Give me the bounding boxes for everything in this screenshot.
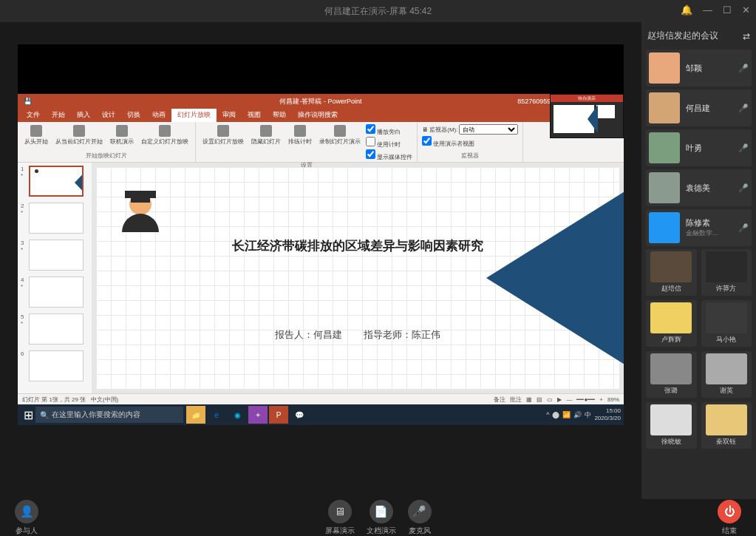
ribbon-group-monitor: 监视器: [422, 152, 518, 160]
view-reading-icon[interactable]: ▭: [547, 396, 553, 403]
microphone-button[interactable]: 🎤 麦克风: [408, 500, 432, 536]
screen-share-button[interactable]: 🖥 屏幕演示: [325, 500, 355, 536]
mic-icon[interactable]: 🎤: [738, 223, 749, 233]
tab-tell-me[interactable]: 操作说明搜索: [292, 109, 344, 122]
participant-row[interactable]: 何昌建 🎤: [646, 89, 752, 126]
tab-slideshow[interactable]: 幻灯片放映: [171, 109, 217, 122]
taskbar-wechat-icon[interactable]: 💬: [290, 406, 309, 424]
tray-volume-icon[interactable]: 🔊: [573, 411, 582, 418]
participant-grid-cell[interactable]: 马小艳: [701, 300, 752, 347]
tray-chevron-up-icon[interactable]: ^: [546, 411, 549, 418]
slide-thumb-1[interactable]: 1*: [18, 163, 92, 200]
tab-insert[interactable]: 插入: [71, 109, 96, 122]
ribbon-custom-slideshow[interactable]: 自定义幻灯片放映: [139, 124, 191, 146]
avatar: [650, 353, 692, 384]
tray-icon[interactable]: ⬤: [552, 411, 559, 418]
participants-button[interactable]: 👤 参与人: [15, 500, 38, 536]
zoom-level[interactable]: 89%: [607, 396, 619, 403]
monitor-select[interactable]: 🖥 监视器(M): 自动: [422, 124, 518, 135]
participant-grid-cell[interactable]: 许莽方: [701, 249, 752, 296]
participant-grid-cell[interactable]: 谢英: [701, 351, 752, 398]
participant-row[interactable]: 陈修素 金融数学... 🎤: [646, 209, 752, 246]
chk-media-controls[interactable]: 显示媒体控件: [366, 149, 412, 161]
ribbon-rehearse[interactable]: 排练计时: [286, 124, 314, 161]
tab-file[interactable]: 文件: [21, 109, 46, 122]
avatar: [649, 92, 680, 123]
doc-share-button[interactable]: 📄 文档演示: [367, 500, 396, 536]
tab-home[interactable]: 开始: [46, 109, 71, 122]
avatar: [706, 302, 747, 333]
ppt-save-icon[interactable]: 💾: [24, 98, 32, 105]
taskbar-explorer-icon[interactable]: 📁: [186, 406, 205, 424]
tab-design[interactable]: 设计: [96, 109, 121, 122]
ribbon-online-present[interactable]: 联机演示: [108, 124, 136, 146]
view-normal-icon[interactable]: ▦: [526, 396, 532, 403]
slide-thumbnails-panel[interactable]: 1* 2* 3* 4* 5* 6: [18, 163, 92, 393]
language-indicator[interactable]: 中文(中国): [91, 396, 118, 403]
chk-play-narration[interactable]: 播放旁白: [366, 124, 412, 136]
taskbar-app-icon-1[interactable]: ◉: [228, 406, 247, 424]
tab-transitions[interactable]: 切换: [121, 109, 146, 122]
mic-icon[interactable]: 🎤: [738, 183, 749, 193]
participant-row[interactable]: 袁德美 🎤: [646, 169, 752, 206]
participant-name: 卢辉辉: [661, 335, 681, 345]
ribbon-group-start: 开始放映幻灯片: [22, 152, 191, 160]
view-sorter-icon[interactable]: ▤: [537, 396, 542, 403]
avatar: [706, 353, 747, 384]
taskbar-edge-icon[interactable]: e: [207, 406, 226, 424]
participant-row[interactable]: 叶勇 🎤: [646, 129, 752, 166]
tab-review[interactable]: 审阅: [217, 109, 242, 122]
ribbon-from-beginning[interactable]: 从头开始: [22, 124, 50, 146]
participant-grid-cell[interactable]: 徐晓敏: [646, 402, 697, 449]
tab-animations[interactable]: 动画: [146, 109, 171, 122]
participant-grid-cell[interactable]: 卢辉辉: [646, 300, 697, 347]
taskbar-clock[interactable]: 15:00 2020/3/20: [594, 407, 621, 422]
participant-row[interactable]: 邹颖 🎤: [646, 50, 752, 86]
end-meeting-button[interactable]: ⏻ 结束: [718, 500, 741, 536]
tab-view[interactable]: 视图: [242, 109, 267, 122]
powerpoint-window: 💾 何昌建-答辩稿 - PowerPoint 852760959@qq.com …: [18, 94, 624, 404]
mic-icon[interactable]: 🎤: [738, 64, 749, 73]
avatar: [650, 251, 692, 282]
notification-icon[interactable]: 🔔: [681, 4, 692, 16]
taskbar-app-icon-2[interactable]: ✦: [248, 406, 268, 424]
maximize-button[interactable]: ☐: [723, 4, 732, 16]
participant-grid-cell[interactable]: 张璐: [646, 351, 697, 398]
monitor-dropdown[interactable]: 自动: [459, 124, 518, 135]
slide-thumb-2[interactable]: 2*: [18, 200, 92, 237]
participant-grid-cell[interactable]: 秦双钰: [701, 402, 752, 449]
comments-button[interactable]: 批注: [510, 396, 522, 404]
taskbar-search[interactable]: 🔍 在这里输入你要搜索的内容: [35, 407, 183, 423]
tray-ime-icon[interactable]: 中: [585, 410, 591, 420]
expand-icon[interactable]: ⇄: [743, 31, 750, 41]
mic-icon[interactable]: 🎤: [738, 143, 749, 153]
avatar: [706, 404, 747, 435]
titlebar-text: 何昌建正在演示-屏幕 45:42: [324, 5, 432, 18]
ribbon-hide-slide[interactable]: 隐藏幻灯片: [249, 124, 283, 161]
slide-thumb-4[interactable]: 4*: [18, 274, 92, 311]
presenter-view-window[interactable]: 待办演示: [550, 94, 624, 138]
ppt-ribbon-tabs: 文件 开始 插入 设计 切换 动画 幻灯片放映 审阅 视图 帮助 操作说明搜索: [18, 109, 624, 122]
ribbon-from-current[interactable]: 从当前幻灯片开始: [53, 124, 105, 146]
close-button[interactable]: ✕: [742, 4, 750, 16]
mic-icon[interactable]: 🎤: [738, 104, 749, 113]
participant-name: 邹颖: [686, 63, 732, 74]
ribbon-record[interactable]: 录制幻灯片演示: [317, 124, 363, 161]
view-slideshow-icon[interactable]: ▶: [557, 396, 562, 403]
slide-thumb-5[interactable]: 5*: [18, 311, 92, 347]
slide-canvas[interactable]: 长江经济带碳排放的区域差异与影响因素研究 报告人：何昌建 指导老师：陈正伟: [96, 167, 619, 389]
start-button[interactable]: ⊞: [21, 407, 35, 422]
slide-thumb-3[interactable]: 3*: [18, 237, 92, 274]
zoom-slider[interactable]: ━━●━━: [576, 396, 595, 403]
tab-help[interactable]: 帮助: [267, 109, 292, 122]
participant-grid-cell[interactable]: 赵培信: [646, 249, 697, 296]
minimize-button[interactable]: —: [703, 4, 712, 16]
tray-network-icon[interactable]: 📶: [562, 411, 571, 418]
participants-panel: 赵培信发起的会议 ⇄ 邹颖 🎤 何昌建 🎤 叶勇 🎤 袁德美 🎤: [641, 22, 756, 499]
chk-use-timings[interactable]: 使用计时: [366, 137, 412, 149]
chk-presenter-view[interactable]: 使用演示者视图: [422, 136, 518, 148]
notes-button[interactable]: 备注: [494, 396, 505, 404]
taskbar-powerpoint-icon[interactable]: P: [269, 406, 288, 424]
slide-thumb-6[interactable]: 6: [18, 347, 92, 384]
ribbon-setup-slideshow[interactable]: 设置幻灯片放映: [200, 124, 246, 161]
